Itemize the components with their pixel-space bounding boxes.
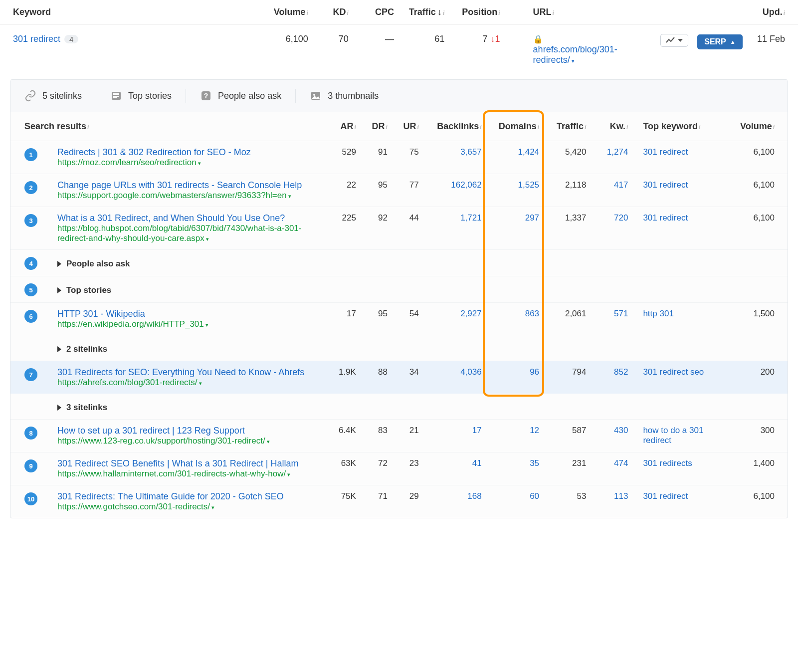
top-keyword-link[interactable]: how to do a 301 redirect <box>633 420 732 452</box>
col-url[interactable]: URLi <box>505 0 647 25</box>
backlinks-value[interactable]: 168 <box>424 485 487 518</box>
domains-value[interactable]: 96 <box>487 361 544 394</box>
info-icon[interactable]: i <box>773 124 775 131</box>
col-dr[interactable]: DRi <box>361 112 393 141</box>
backlinks-value[interactable]: 1,721 <box>424 207 487 250</box>
result-url-link[interactable]: https://en.wikipedia.org/wiki/HTTP_301 <box>57 319 204 329</box>
col-ar[interactable]: ARi <box>324 112 361 141</box>
sitelinks-feature[interactable]: 5 sitelinks <box>24 90 82 102</box>
domains-value[interactable]: 1,525 <box>487 174 544 207</box>
backlinks-value[interactable]: 41 <box>424 452 487 485</box>
info-icon[interactable]: i <box>347 9 348 16</box>
info-icon[interactable]: i <box>553 9 554 16</box>
top-keyword-link[interactable]: 301 redirects <box>633 452 732 485</box>
backlinks-value[interactable]: 2,927 <box>424 303 487 336</box>
result-url-link[interactable]: https://ahrefs.com/blog/301-redirects/ <box>57 378 198 387</box>
kw-value[interactable]: 720 <box>591 207 633 250</box>
chart-toggle-button[interactable] <box>660 34 688 47</box>
url-dropdown-icon[interactable]: ▾ <box>206 236 209 242</box>
result-title-link[interactable]: Change page URLs with 301 redirects - Se… <box>57 180 302 190</box>
serp-button[interactable]: SERP▲ <box>697 34 742 49</box>
result-url-link[interactable]: https://www.hallaminternet.com/301-redir… <box>57 469 286 478</box>
col-backlinks[interactable]: Backlinksi <box>424 112 487 141</box>
expand-special[interactable]: Top stories <box>57 285 111 295</box>
info-icon[interactable]: i <box>784 9 785 16</box>
kw-value[interactable]: 571 <box>591 303 633 336</box>
result-title-link[interactable]: HTTP 301 - Wikipedia <box>57 309 145 319</box>
result-url-link[interactable]: https://blog.hubspot.com/blog/tabid/6307… <box>57 224 302 243</box>
url-dropdown-icon[interactable]: ▾ <box>572 58 575 64</box>
info-icon[interactable]: i <box>480 124 481 131</box>
result-title-link[interactable]: 301 Redirects: The Ultimate Guide for 20… <box>57 491 284 501</box>
result-title-link[interactable]: 301 Redirect SEO Benefits | What Is a 30… <box>57 458 299 468</box>
expand-sitelinks[interactable]: 2 sitelinks <box>57 344 107 354</box>
info-icon[interactable]: i <box>417 124 418 131</box>
top-keyword-link[interactable]: 301 redirect seo <box>633 361 732 394</box>
info-icon[interactable]: i <box>443 9 444 16</box>
col-kw[interactable]: Kw.i <box>591 112 633 141</box>
top-keyword-link[interactable]: 301 redirect <box>633 485 732 518</box>
kw-value[interactable]: 113 <box>591 485 633 518</box>
domains-value[interactable]: 1,424 <box>487 141 544 174</box>
col-traffic[interactable]: Traffic↓i <box>399 0 449 25</box>
expand-special[interactable]: People also ask <box>57 259 130 269</box>
top-keyword-link[interactable]: http 301 <box>633 303 732 336</box>
keyword-link[interactable]: 301 redirect <box>13 34 60 44</box>
backlinks-value[interactable]: 162,062 <box>424 174 487 207</box>
url-dropdown-icon[interactable]: ▾ <box>211 504 214 510</box>
col-kd[interactable]: KDi <box>313 0 354 25</box>
result-url-link[interactable]: https://www.gotchseo.com/301-redirects/ <box>57 502 210 511</box>
thumbnails-feature[interactable]: 3 thumbnails <box>310 90 379 102</box>
info-icon[interactable]: i <box>87 124 89 131</box>
people-also-ask-feature[interactable]: ? People also ask <box>200 90 281 102</box>
result-url-link[interactable]: https://support.google.com/webmasters/an… <box>57 191 287 200</box>
kw-value[interactable]: 1,274 <box>591 141 633 174</box>
top-stories-feature[interactable]: Top stories <box>110 90 172 102</box>
info-icon[interactable]: i <box>306 9 308 16</box>
expand-sitelinks[interactable]: 3 sitelinks <box>57 403 107 413</box>
top-keyword-link[interactable]: 301 redirect <box>633 207 732 250</box>
col-ur[interactable]: URi <box>393 112 424 141</box>
result-title-link[interactable]: What is a 301 Redirect, and When Should … <box>57 213 285 223</box>
col-upd[interactable]: Upd.i <box>748 0 798 25</box>
col-search-results[interactable]: Search resultsi <box>10 112 324 141</box>
url-dropdown-icon[interactable]: ▾ <box>199 380 202 386</box>
domains-value[interactable]: 35 <box>487 452 544 485</box>
url-dropdown-icon[interactable]: ▾ <box>198 160 201 166</box>
result-title-link[interactable]: 301 Redirects for SEO: Everything You Ne… <box>57 367 304 377</box>
col-traffic[interactable]: Traffici <box>544 112 591 141</box>
col-domains[interactable]: Domainsi <box>487 112 544 141</box>
kw-value[interactable]: 417 <box>591 174 633 207</box>
col-cpc[interactable]: CPC <box>354 0 399 25</box>
info-icon[interactable]: i <box>355 124 356 131</box>
domains-value[interactable]: 12 <box>487 420 544 452</box>
backlinks-value[interactable]: 3,657 <box>424 141 487 174</box>
domains-value[interactable]: 60 <box>487 485 544 518</box>
info-icon[interactable]: i <box>585 124 586 131</box>
backlinks-value[interactable]: 4,036 <box>424 361 487 394</box>
kw-value[interactable]: 430 <box>591 420 633 452</box>
url-dropdown-icon[interactable]: ▾ <box>287 471 290 477</box>
top-keyword-link[interactable]: 301 redirect <box>633 141 732 174</box>
result-url-link[interactable]: https://www.123-reg.co.uk/support/hostin… <box>57 436 265 446</box>
top-keyword-link[interactable]: 301 redirect <box>633 174 732 207</box>
result-title-link[interactable]: How to set up a 301 redirect | 123 Reg S… <box>57 426 245 436</box>
col-top-keyword[interactable]: Top keywordi <box>633 112 732 141</box>
col-volume[interactable]: Volumei <box>247 0 313 25</box>
info-icon[interactable]: i <box>386 124 388 131</box>
url-dropdown-icon[interactable]: ▾ <box>205 322 208 328</box>
backlinks-value[interactable]: 17 <box>424 420 487 452</box>
info-icon[interactable]: i <box>538 124 539 131</box>
col-keyword[interactable]: Keyword <box>0 0 247 25</box>
info-icon[interactable]: i <box>626 124 628 131</box>
url-dropdown-icon[interactable]: ▾ <box>288 193 291 199</box>
info-icon[interactable]: i <box>498 9 500 16</box>
col-position[interactable]: Positioni <box>449 0 505 25</box>
info-icon[interactable]: i <box>699 124 700 131</box>
domains-value[interactable]: 297 <box>487 207 544 250</box>
result-url-link[interactable]: https://moz.com/learn/seo/redirection <box>57 158 197 167</box>
col-volume-r[interactable]: Volumei <box>733 112 788 141</box>
url-link[interactable]: ahrefs.com/blog/301-redirects/ <box>533 44 617 65</box>
kw-value[interactable]: 852 <box>591 361 633 394</box>
url-dropdown-icon[interactable]: ▾ <box>267 439 270 445</box>
